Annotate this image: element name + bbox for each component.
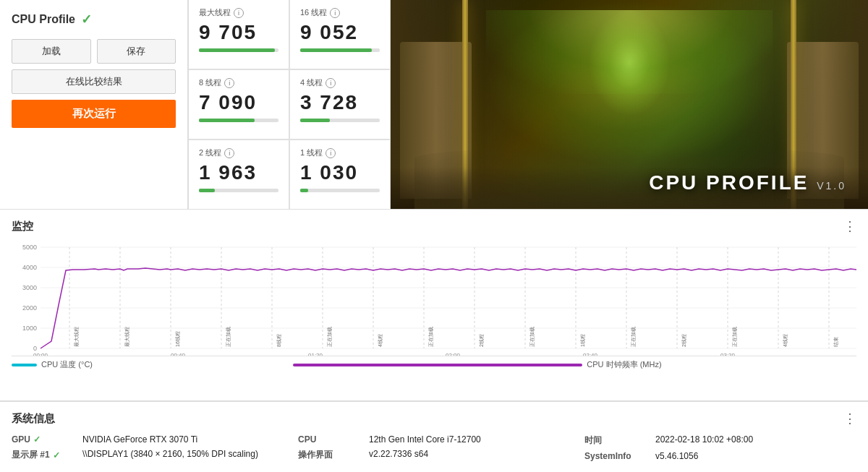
sys-row: CPU12th Gen Intel Core i7-12700 [298,432,570,447]
score-bar-bg [300,189,380,192]
score-label: 1 线程 i [300,147,380,158]
system-title: 系统信息 [12,412,55,426]
sys-value: 2022-02-18 10:02 +08:00 [655,434,753,445]
svg-text:03:20: 03:20 [720,352,736,356]
sys-label: GPU ✓ [12,434,77,445]
score-bar-bg [300,119,380,122]
svg-text:8线程: 8线程 [276,334,281,347]
svg-text:最大线程: 最大线程 [124,327,129,347]
svg-text:4线程: 4线程 [783,334,788,347]
score-value: 1 963 [199,161,278,184]
score-value: 9 052 [300,21,380,44]
svg-text:正在加载: 正在加载 [226,327,231,347]
info-icon[interactable]: i [326,148,336,158]
svg-text:00:40: 00:40 [171,352,186,356]
svg-text:01:20: 01:20 [308,352,323,356]
info-icon[interactable]: i [224,148,234,158]
cpu-freq-legend-label: CPU 时钟频率 (MHz) [587,359,661,370]
score-bar-bg [199,189,278,192]
score-bar-fill [300,119,330,122]
monitoring-title: 监控 [12,220,33,233]
sys-row: 显示屏 #1 ✓\\DISPLAY1 (3840 × 2160, 150% DP… [12,447,284,463]
score-value: 7 090 [199,91,278,114]
sys-value: NVIDIA GeForce RTX 3070 Ti [82,434,197,445]
sys-label: 时间 [584,434,650,447]
run-button[interactable]: 再次运行 [12,100,176,128]
svg-text:1000: 1000 [22,325,37,332]
svg-text:结束: 结束 [833,337,838,347]
score-bar-fill [199,48,275,52]
sys-col: GPU ✓NVIDIA GeForce RTX 3070 Ti显示屏 #1 ✓\… [12,432,284,463]
svg-text:正在加载: 正在加载 [327,327,332,347]
sys-row: 操作界面v2.22.7336 s64 [298,447,570,463]
load-button[interactable]: 加载 [12,39,91,64]
cpu-temp-legend-label: CPU 温度 (°C) [41,359,93,370]
score-value: 3 728 [300,91,380,114]
score-label: 2 线程 i [199,147,278,158]
left-panel: CPU Profile ✓ 加载 保存 在线比较结果 再次运行 [0,0,188,209]
sys-label: SystemInfo [584,451,650,461]
cpu-temp-legend-bar [12,364,37,366]
sys-col: 时间2022-02-18 10:02 +08:00SystemInfov5.46… [584,432,856,463]
load-save-row: 加载 保存 [12,39,176,64]
svg-text:00:00: 00:00 [33,352,48,356]
score-label: 8 线程 i [199,77,278,88]
score-card-1-thread: 1 线程 i 1 030 [290,140,390,209]
score-bar-fill [199,189,215,192]
sys-value: \\DISPLAY1 (3840 × 2160, 150% DPI scalin… [82,449,258,459]
svg-text:0: 0 [33,345,37,352]
sys-info-grid: GPU ✓NVIDIA GeForce RTX 3070 Ti显示屏 #1 ✓\… [12,432,856,463]
system-more-icon[interactable]: ⋮ [843,411,856,426]
svg-text:16线程: 16线程 [175,331,180,347]
hero-overlay: CPU PROFILE V1.0 [391,0,868,209]
sys-value: 12th Gen Intel Core i7-12700 [369,434,481,445]
compare-button[interactable]: 在线比较结果 [12,69,176,94]
sys-row: SystemInfov5.46.1056 [584,449,856,463]
score-bar-fill [300,48,372,52]
check-icon: ✓ [33,434,41,445]
sys-row: 时间2022-02-18 10:02 +08:00 [584,432,856,449]
svg-text:3000: 3000 [22,284,37,291]
score-label: 4 线程 i [300,77,380,88]
sys-row: GPU ✓NVIDIA GeForce RTX 3070 Ti [12,432,284,447]
score-bar-bg [199,119,278,122]
svg-text:4线程: 4线程 [378,334,383,347]
check-icon: ✓ [53,450,60,460]
svg-text:4000: 4000 [22,264,37,271]
svg-text:最大线程: 最大线程 [74,327,79,347]
chart-area: 5000 4000 3000 2000 1000 0 [12,240,856,356]
score-bar-fill [199,119,255,122]
score-bar-bg [199,48,278,52]
score-grid: 最大线程 i 9 705 16 线程 i 9 052 8 线程 i 7 090 … [188,0,391,209]
check-icon: ✓ [81,12,92,27]
monitoring-more-icon[interactable]: ⋮ [843,218,856,234]
svg-text:02:00: 02:00 [446,352,461,356]
svg-text:2000: 2000 [22,304,37,312]
info-icon[interactable]: i [330,8,340,18]
panel-title: CPU Profile ✓ [12,12,176,27]
score-card-max-thread: 最大线程 i 9 705 [189,0,289,69]
save-button[interactable]: 保存 [97,39,176,64]
hero-image: CPU PROFILE V1.0 [391,0,868,209]
score-card-16-thread: 16 线程 i 9 052 [290,0,390,69]
svg-text:正在加载: 正在加载 [428,327,433,347]
svg-text:正在加载: 正在加载 [529,327,535,347]
sys-col: CPU12th Gen Intel Core i7-12700操作界面v2.22… [298,432,570,463]
score-label: 最大线程 i [199,7,278,18]
sys-label: 操作界面 [298,449,363,461]
info-icon[interactable]: i [234,8,244,18]
svg-text:1线程: 1线程 [580,334,585,347]
score-label: 16 线程 i [300,7,380,18]
score-value: 1 030 [300,161,380,184]
svg-text:正在加载: 正在加载 [732,327,737,347]
title-text: CPU Profile [12,13,75,26]
svg-text:5000: 5000 [22,244,37,251]
info-icon[interactable]: i [224,78,234,88]
info-icon[interactable]: i [326,78,336,88]
svg-text:正在加载: 正在加载 [631,327,636,347]
score-card-2-thread: 2 线程 i 1 963 [189,140,289,209]
score-value: 9 705 [199,21,278,44]
svg-text:2线程: 2线程 [479,334,484,347]
monitoring-section: 监控 ⋮ 5000 4000 3000 2000 1000 0 [0,210,868,401]
system-section: 系统信息 ⋮ GPU ✓NVIDIA GeForce RTX 3070 Ti显示… [0,401,868,472]
